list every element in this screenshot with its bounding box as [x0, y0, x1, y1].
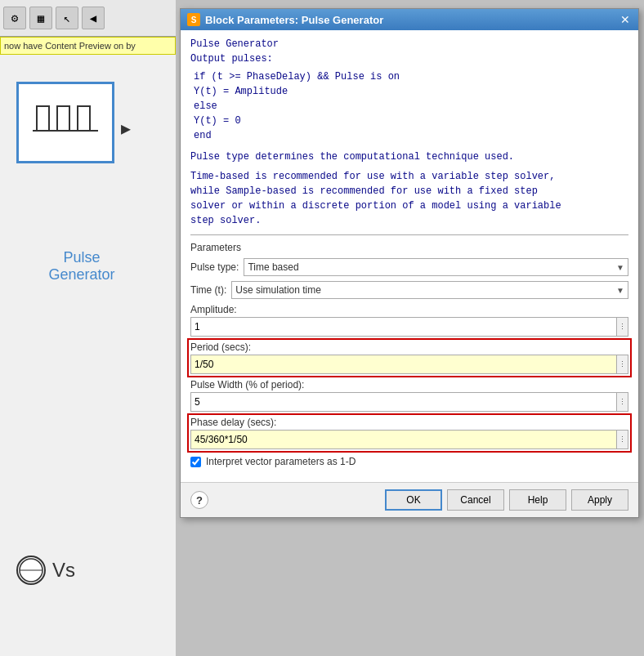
phase-delay-input-wrapper: ⋮: [190, 430, 628, 449]
time-label: Time (t):: [190, 284, 226, 296]
vs-circle: [16, 556, 46, 585]
code-line-2: Y(t) = Amplitude: [194, 84, 628, 99]
vector-params-checkbox[interactable]: [190, 457, 201, 467]
phase-delay-menu-button[interactable]: ⋮: [616, 431, 628, 448]
period-input[interactable]: [191, 355, 616, 373]
pulse-waveform-icon: [33, 98, 98, 147]
pulse-width-menu-button[interactable]: ⋮: [616, 393, 628, 411]
time-dropdown[interactable]: Use simulation time ▼: [231, 281, 628, 299]
period-input-wrapper: ⋮: [190, 355, 628, 374]
dialog-title: Block Parameters: Pulse Generator: [205, 14, 383, 26]
period-menu-button[interactable]: ⋮: [616, 355, 628, 373]
amplitude-row: Amplitude: ⋮: [190, 304, 628, 337]
help-button[interactable]: Help: [509, 489, 566, 511]
pulse-type-row: Pulse type: Time based ▼: [190, 258, 628, 276]
desc-text-1: Pulse type determines the computational …: [190, 149, 628, 164]
dialog-close-button[interactable]: ✕: [619, 13, 632, 26]
apply-button[interactable]: Apply: [571, 489, 628, 511]
arrow-left-icon[interactable]: ◀: [82, 7, 105, 29]
help-icon-button[interactable]: ?: [190, 491, 208, 509]
cursor-icon[interactable]: ↖: [56, 7, 78, 29]
pulse-width-label: Pulse Width (% of period):: [190, 379, 628, 390]
vs-area: Vs: [16, 556, 75, 585]
pulse-width-input[interactable]: [191, 393, 616, 411]
block-parameters-dialog: S Block Parameters: Pulse Generator ✕ Pu…: [180, 8, 639, 518]
dropdown-arrow-icon: ▼: [616, 263, 624, 272]
description-subtitle: Output pulses:: [190, 53, 628, 65]
pulse-width-row: Pulse Width (% of period): ⋮: [190, 379, 628, 412]
content-preview-banner: now have Content Preview on by: [0, 37, 176, 55]
description-title: Pulse Generator: [190, 38, 628, 50]
phase-delay-row: Phase delay (secs): ⋮: [190, 417, 628, 449]
dialog-footer: ? OK Cancel Help Apply: [181, 482, 638, 517]
pulse-generator-block[interactable]: Pulse Generator: [16, 82, 114, 163]
pulse-label: Pulse Generator: [33, 249, 131, 283]
dialog-titlebar: S Block Parameters: Pulse Generator ✕: [181, 9, 638, 30]
toolbar: ⚙ ▦ ↖ ◀: [0, 0, 176, 37]
time-row: Time (t): Use simulation time ▼: [190, 281, 628, 299]
code-block: if (t >= PhaseDelay) && Pulse is on Y(t)…: [190, 69, 628, 143]
desc-text-2: Time-based is recommended for use with a…: [190, 169, 628, 228]
pulse-block-box: [16, 82, 114, 163]
simulink-canvas: ⚙ ▦ ↖ ◀ now have Content Preview on by P…: [0, 0, 176, 656]
amplitude-input-wrapper: ⋮: [190, 317, 628, 337]
separator-1: [190, 234, 628, 235]
code-line-3: else: [194, 99, 628, 114]
dialog-body: Pulse Generator Output pulses: if (t >= …: [181, 30, 638, 482]
pulse-type-dropdown[interactable]: Time based ▼: [244, 258, 628, 276]
params-label: Parameters: [190, 242, 628, 253]
ok-button[interactable]: OK: [385, 489, 442, 511]
code-line-1: if (t >= PhaseDelay) && Pulse is on: [194, 69, 628, 84]
checkbox-label: Interpret vector parameters as 1-D: [206, 456, 356, 467]
period-row: Period (secs): ⋮: [190, 341, 628, 374]
footer-buttons: OK Cancel Help Apply: [385, 489, 628, 511]
checkbox-row: Interpret vector parameters as 1-D: [190, 456, 628, 467]
grid-icon[interactable]: ▦: [29, 7, 52, 29]
amplitude-label: Amplitude:: [190, 304, 628, 315]
description-section: Pulse Generator Output pulses: if (t >= …: [190, 38, 628, 228]
cancel-button[interactable]: Cancel: [447, 489, 504, 511]
svg-rect-1: [57, 106, 69, 131]
phase-delay-label: Phase delay (secs):: [190, 417, 628, 428]
vs-label: Vs: [52, 559, 75, 582]
code-line-5: end: [194, 128, 628, 143]
dialog-title-icon: S: [187, 13, 200, 26]
svg-rect-2: [78, 106, 90, 131]
block-arrow: ▶: [121, 118, 131, 139]
pulse-type-label: Pulse type:: [190, 261, 239, 273]
dropdown-arrow-time-icon: ▼: [616, 286, 624, 295]
period-label: Period (secs):: [190, 341, 628, 353]
gear-icon[interactable]: ⚙: [3, 7, 26, 29]
pulse-width-input-wrapper: ⋮: [190, 392, 628, 412]
phase-delay-input[interactable]: [191, 431, 616, 448]
code-line-4: Y(t) = 0: [194, 114, 628, 128]
amplitude-menu-button[interactable]: ⋮: [616, 318, 628, 336]
svg-rect-0: [37, 106, 49, 131]
amplitude-input[interactable]: [191, 318, 616, 336]
